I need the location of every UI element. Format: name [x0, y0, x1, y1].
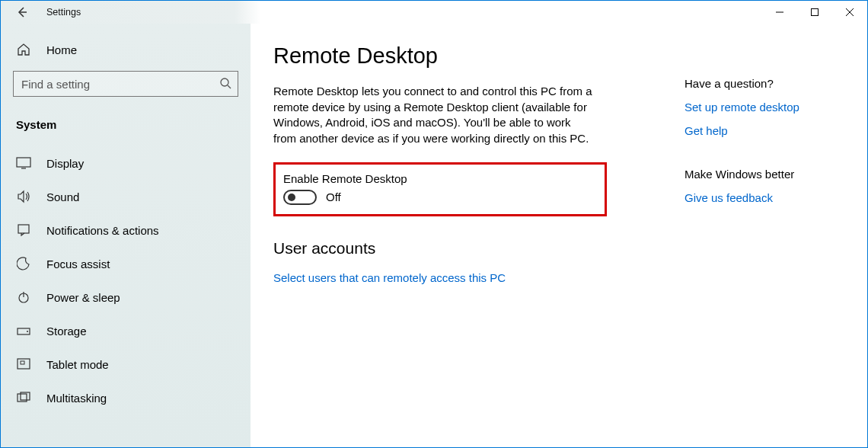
- storage-icon: [16, 323, 31, 338]
- sidebar-item-label: Notifications & actions: [46, 224, 159, 237]
- sidebar-item-label: Power & sleep: [46, 291, 120, 304]
- make-windows-better-heading: Make Windows better: [685, 168, 844, 181]
- page-title: Remote Desktop: [273, 43, 616, 69]
- maximize-button[interactable]: [797, 1, 832, 24]
- highlight-box: Enable Remote Desktop Off: [273, 162, 607, 216]
- tablet-icon: [16, 357, 31, 372]
- sidebar-item-label: Tablet mode: [46, 358, 109, 371]
- sidebar-item-label: Multitasking: [46, 392, 107, 405]
- main-content: Remote Desktop Remote Desktop lets you c…: [251, 24, 867, 447]
- sidebar-item-sound[interactable]: Sound: [13, 180, 238, 213]
- notifications-icon: [16, 222, 31, 238]
- sidebar-home[interactable]: Home: [13, 34, 238, 65]
- sidebar-home-label: Home: [46, 43, 77, 56]
- page-description: Remote Desktop lets you connect to and c…: [273, 84, 593, 147]
- sidebar-item-label: Focus assist: [46, 258, 110, 270]
- setup-remote-desktop-link[interactable]: Set up remote desktop: [685, 101, 844, 114]
- toggle-knob: [288, 194, 295, 201]
- display-icon: [16, 155, 31, 171]
- svg-line-6: [228, 85, 231, 88]
- sidebar-item-tablet-mode[interactable]: Tablet mode: [13, 347, 238, 381]
- user-accounts-heading: User accounts: [273, 239, 616, 258]
- svg-point-5: [221, 78, 228, 86]
- sidebar-item-label: Storage: [46, 325, 87, 338]
- search-box[interactable]: [13, 71, 238, 97]
- enable-remote-desktop-label: Enable Remote Desktop: [283, 172, 591, 185]
- svg-point-13: [27, 331, 28, 332]
- svg-rect-7: [17, 158, 30, 167]
- back-button[interactable]: [14, 5, 30, 20]
- sidebar-item-storage[interactable]: Storage: [13, 314, 238, 347]
- toggle-state-label: Off: [326, 190, 341, 203]
- titlebar: Settings: [1, 1, 867, 24]
- sidebar-item-multitasking[interactable]: Multitasking: [13, 381, 238, 414]
- sidebar-item-label: Sound: [46, 190, 79, 203]
- search-icon: [219, 77, 231, 91]
- sound-icon: [16, 189, 31, 204]
- close-button[interactable]: [832, 1, 867, 24]
- get-help-link[interactable]: Get help: [685, 124, 844, 137]
- svg-rect-9: [18, 225, 29, 233]
- multitasking-icon: [16, 390, 31, 405]
- sidebar-item-power-sleep[interactable]: Power & sleep: [13, 280, 238, 314]
- sidebar-category: System: [13, 114, 238, 146]
- sidebar-item-focus-assist[interactable]: Focus assist: [13, 247, 238, 280]
- home-icon: [16, 42, 31, 57]
- svg-rect-15: [21, 361, 24, 364]
- enable-remote-desktop-toggle[interactable]: [283, 190, 317, 205]
- power-icon: [16, 290, 31, 305]
- give-feedback-link[interactable]: Give us feedback: [685, 191, 844, 204]
- minimize-button[interactable]: [762, 1, 797, 24]
- select-users-link[interactable]: Select users that can remotely access th…: [273, 271, 506, 284]
- window-title: Settings: [46, 7, 81, 18]
- focus-assist-icon: [16, 256, 31, 271]
- question-heading: Have a question?: [685, 77, 844, 90]
- sidebar: Home System Display Sound: [1, 24, 251, 447]
- svg-rect-2: [812, 9, 819, 16]
- sidebar-item-label: Display: [46, 157, 84, 170]
- search-input[interactable]: [21, 78, 219, 91]
- sidebar-item-display[interactable]: Display: [13, 146, 238, 180]
- sidebar-item-notifications[interactable]: Notifications & actions: [13, 213, 238, 247]
